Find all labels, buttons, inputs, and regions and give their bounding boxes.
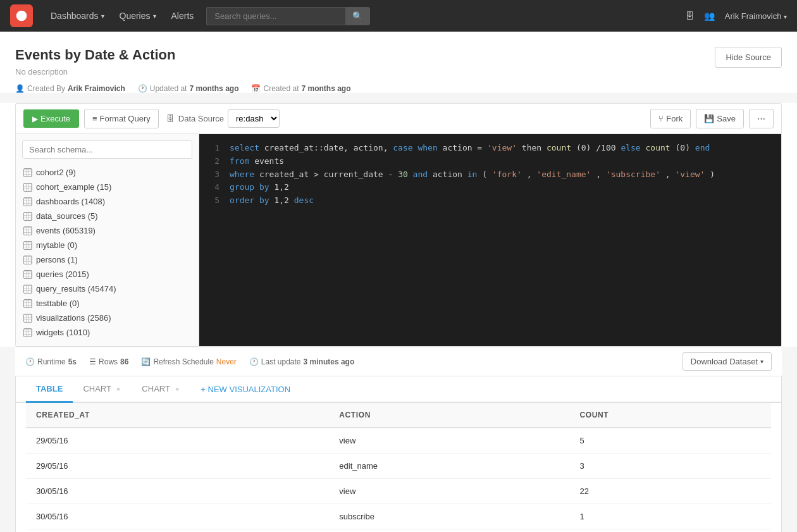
page-description: No description <box>15 67 175 77</box>
format-query-button[interactable]: ≡ Format Query <box>84 109 159 128</box>
save-button[interactable]: 💾 Save <box>696 109 744 128</box>
status-bar: 🕐 Runtime 5s ☰ Rows 86 🔄 Refresh Schedul… <box>15 347 782 376</box>
toolbar-right: ⑂ Fork 💾 Save ⋯ <box>650 109 774 128</box>
schema-table-item[interactable]: dashboards (1408) <box>22 194 192 209</box>
tab-chart1[interactable]: CHART× <box>73 376 132 403</box>
schema-table-name: testtable (0) <box>36 299 80 308</box>
refresh-item: 🔄 Refresh Schedule Never <box>141 357 236 366</box>
datasource-section: 🗄 Data Source re:dash <box>166 109 280 128</box>
download-dataset-button[interactable]: Download Dataset ▾ <box>683 352 772 371</box>
hide-source-button[interactable]: Hide Source <box>715 47 782 68</box>
page-header-area: Events by Date & Action No description H… <box>0 32 797 93</box>
code-editor[interactable]: 1 select created_at::date, action, case … <box>199 134 781 346</box>
created-by-label: Created By <box>27 84 65 93</box>
col-header-created_at: CREATED_AT <box>26 403 329 428</box>
runtime-label: Runtime <box>37 357 66 366</box>
line-number: 3 <box>209 168 219 182</box>
schema-table-item[interactable]: persons (1) <box>22 252 192 267</box>
updated-label: Updated at <box>150 84 187 93</box>
rows-label: Rows <box>99 357 118 366</box>
svg-point-0 <box>16 11 27 22</box>
save-icon: 💾 <box>704 114 714 123</box>
query-area: ▶ Execute ≡ Format Query 🗄 Data Source r… <box>15 103 782 347</box>
database-icon: 🗄 <box>166 114 175 123</box>
cell-created_at: 30/05/16 <box>26 504 329 529</box>
schema-table-name: query_results (45474) <box>36 284 116 294</box>
app-logo[interactable] <box>10 4 33 27</box>
cell-created_at: 30/05/16 <box>26 479 329 504</box>
datasource-select[interactable]: re:dash <box>228 109 280 128</box>
users-icon[interactable]: 👥 <box>704 11 715 21</box>
schema-table-item[interactable]: query_results (45474) <box>22 281 192 296</box>
created-label: Created at <box>263 84 299 93</box>
new-visualization-tab[interactable]: + NEW VISUALIZATION <box>190 377 300 402</box>
fork-label: Fork <box>666 114 683 123</box>
table-row: 30/05/16subscribe1 <box>26 504 771 529</box>
tab-chart2[interactable]: CHART× <box>132 376 190 403</box>
database-icon[interactable]: 🗄 <box>685 11 694 21</box>
created-at-meta: 📅 Created at 7 months ago <box>251 84 350 93</box>
user-name: Arik Fraimovich <box>725 11 782 21</box>
format-label: Format Query <box>100 114 151 123</box>
chevron-down-icon: ▾ <box>153 13 156 20</box>
search-button[interactable]: 🔍 <box>345 7 370 25</box>
cell-count: 3 <box>569 454 771 479</box>
table-icon <box>23 241 32 250</box>
last-update-label: Last update <box>261 357 301 366</box>
schema-table-item[interactable]: cohort_example (15) <box>22 180 192 194</box>
created-value: 7 months ago <box>302 84 351 93</box>
col-header-action: ACTION <box>329 403 569 428</box>
schema-search-input[interactable] <box>22 140 192 159</box>
schema-table-item[interactable]: events (605319) <box>22 223 192 238</box>
table-icon <box>23 270 32 279</box>
query-toolbar: ▶ Execute ≡ Format Query 🗄 Data Source r… <box>16 104 781 134</box>
cell-count: 22 <box>569 479 771 504</box>
code-text: select created_at::date, action, case wh… <box>230 142 771 155</box>
user-menu[interactable]: Arik Fraimovich ▾ <box>725 11 787 21</box>
chevron-down-icon: ▾ <box>784 13 787 20</box>
page-title: Events by Date & Action <box>15 47 175 63</box>
runtime-value: 5s <box>68 357 77 366</box>
execute-button[interactable]: ▶ Execute <box>23 109 79 128</box>
nav-queries[interactable]: Queries ▾ <box>112 0 164 32</box>
last-update-value: 3 minutes ago <box>304 357 355 366</box>
results-table: CREATED_ATACTIONCOUNT 29/05/16view529/05… <box>26 403 771 529</box>
fork-icon: ⑂ <box>658 114 664 123</box>
schema-table-item[interactable]: queries (2015) <box>22 267 192 281</box>
refresh-value[interactable]: Never <box>216 357 237 366</box>
code-line-1: 1 select created_at::date, action, case … <box>209 142 771 155</box>
schema-table-item[interactable]: data_sources (5) <box>22 209 192 223</box>
results-area: TABLECHART×CHART×+ NEW VISUALIZATION CRE… <box>15 376 782 532</box>
nav-alerts[interactable]: Alerts <box>164 0 202 32</box>
code-text: from events <box>230 155 771 168</box>
table-icon: ☰ <box>89 357 96 366</box>
person-icon: 👤 <box>15 84 25 93</box>
schema-table-item[interactable]: testtable (0) <box>22 296 192 311</box>
schema-table-item[interactable]: mytable (0) <box>22 238 192 252</box>
schema-table-item[interactable]: cohort2 (9) <box>22 165 192 180</box>
cell-created_at: 29/05/16 <box>26 454 329 479</box>
nav-dashboards[interactable]: Dashboards ▾ <box>43 0 112 32</box>
tab-close-icon[interactable]: × <box>115 385 121 393</box>
refresh-label: Refresh Schedule <box>153 357 213 366</box>
ellipsis-icon: ⋯ <box>757 114 765 123</box>
updated-at-meta: 🕐 Updated at 7 months ago <box>138 84 239 93</box>
schema-table-item[interactable]: widgets (1010) <box>22 325 192 340</box>
code-line-4: 4 group by 1,2 <box>209 181 771 194</box>
schema-table-item[interactable]: visualizations (2586) <box>22 311 192 325</box>
more-options-button[interactable]: ⋯ <box>749 109 774 128</box>
page-meta: 👤 Created By Arik Fraimovich 🕐 Updated a… <box>15 84 782 93</box>
tab-close-icon[interactable]: × <box>174 385 180 393</box>
tab-label: TABLE <box>36 384 63 393</box>
table-icon <box>23 314 32 323</box>
nav-alerts-label: Alerts <box>171 11 194 21</box>
fork-button[interactable]: ⑂ Fork <box>650 109 691 128</box>
tab-table[interactable]: TABLE <box>26 376 73 403</box>
tab-label: CHART <box>142 384 170 393</box>
datasource-label-text: Data Source <box>178 114 224 123</box>
table-row: 29/05/16view5 <box>26 428 771 454</box>
line-number: 4 <box>209 181 219 194</box>
search-input[interactable] <box>206 7 345 25</box>
runtime-item: 🕐 Runtime 5s <box>25 357 77 366</box>
table-icon <box>23 299 32 308</box>
